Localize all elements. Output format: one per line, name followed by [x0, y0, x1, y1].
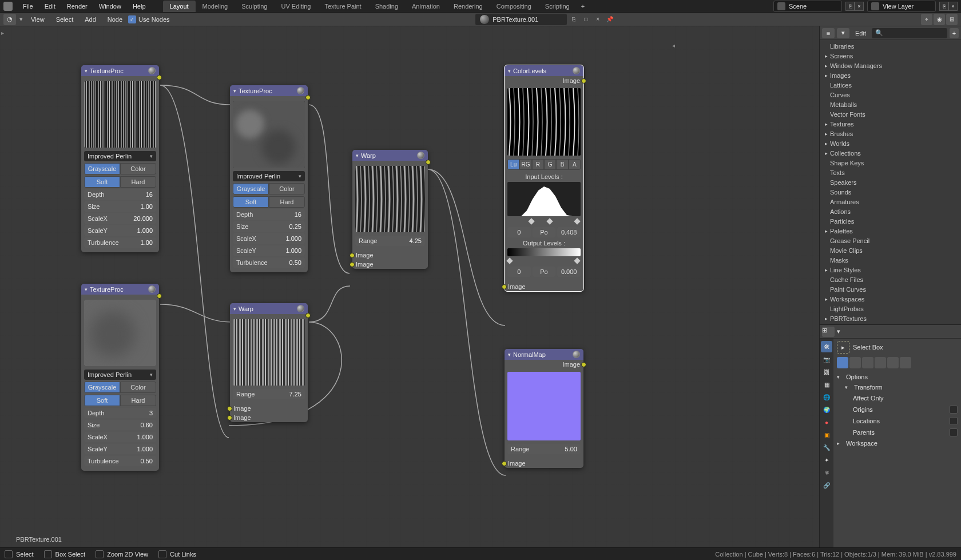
prop-tab-modifier[interactable]: 🔧 — [821, 442, 832, 453]
outliner-mode-button[interactable]: ▾ — [837, 28, 849, 38]
grayscale-button[interactable]: Grayscale — [84, 163, 120, 174]
outliner-item[interactable]: ▸Worlds — [820, 138, 961, 148]
tab-texpaint[interactable]: Texture Paint — [317, 1, 368, 12]
outliner-search[interactable]: 🔍 — [872, 28, 947, 38]
grayscale-button[interactable]: Grayscale — [233, 183, 269, 194]
prop-tab-tool[interactable]: 🛠 — [821, 341, 832, 352]
selmode-1[interactable] — [837, 357, 848, 368]
prop-tab-object[interactable]: ▣ — [821, 429, 832, 440]
outliner-item[interactable]: ▸Images — [820, 70, 961, 80]
node-textureproc-3[interactable]: ▾TextureProc Improved Perlin▾ GrayscaleC… — [81, 284, 159, 471]
expand-icon[interactable]: ▸ — [822, 121, 830, 127]
node-preview-icon[interactable] — [297, 87, 304, 94]
output-socket[interactable] — [305, 313, 311, 318]
outliner-item[interactable]: ▸Lattices — [820, 80, 961, 90]
expand-icon[interactable]: ▸ — [822, 267, 830, 273]
prop-tab-output[interactable]: 🖼 — [821, 366, 832, 378]
node-preview-icon[interactable] — [297, 305, 304, 312]
out-high-field[interactable]: 0.000 — [557, 267, 581, 277]
selmode-4[interactable] — [875, 357, 886, 368]
output-socket[interactable] — [305, 95, 311, 100]
range-field[interactable]: Range4.25 — [355, 236, 425, 246]
noise-type-dropdown[interactable]: Improved Perlin▾ — [233, 171, 305, 181]
outliner-item[interactable]: ▸Palettes — [820, 226, 961, 236]
output-socket[interactable] — [157, 75, 162, 80]
prop-tab-render[interactable]: 📷 — [821, 354, 832, 365]
node-colorlevels[interactable]: ▾ColorLevels Image Lu RG R G B A Input L… — [505, 65, 583, 291]
color-button[interactable]: Color — [120, 382, 156, 393]
outliner-item[interactable]: ▸Movie Clips — [820, 245, 961, 255]
prop-tab-world[interactable]: 🌍 — [821, 404, 832, 415]
prop-tab-scene[interactable]: 🌐 — [821, 391, 832, 403]
input-slider[interactable] — [507, 218, 581, 225]
selmode-6[interactable] — [900, 357, 911, 368]
toolbar-expand-icon[interactable]: ▸ — [1, 30, 4, 36]
pivot-button[interactable]: ⊞ — [946, 14, 958, 25]
soft-button[interactable]: Soft — [84, 176, 120, 188]
expand-icon[interactable]: ▸ — [822, 316, 830, 321]
node-editor-canvas[interactable]: ▸ ◂ PBRTexture.001 ▾TextureProc Improved… — [0, 26, 819, 547]
output-socket[interactable] — [426, 160, 431, 165]
header-add[interactable]: Add — [79, 14, 102, 25]
scene-new-button[interactable]: ⎘ — [845, 2, 855, 11]
noise-type-dropdown[interactable]: Improved Perlin▾ — [84, 370, 156, 380]
channel-r[interactable]: R — [532, 159, 544, 170]
turbulence-field[interactable]: Turbulence0.50 — [84, 456, 156, 466]
output-socket[interactable] — [581, 78, 586, 84]
expand-icon[interactable]: ▸ — [822, 150, 830, 156]
input-socket-image1[interactable] — [227, 406, 232, 411]
outliner-list[interactable]: ▸Libraries▸Screens▸Window Managers▸Image… — [820, 40, 961, 324]
range-field[interactable]: Range5.00 — [507, 444, 581, 454]
channel-lu[interactable]: Lu — [507, 159, 519, 170]
origins-checkbox[interactable] — [950, 406, 958, 414]
scalex-field[interactable]: ScaleX1.000 — [84, 432, 156, 442]
hard-button[interactable]: Hard — [269, 196, 305, 208]
channel-b[interactable]: B — [556, 159, 568, 170]
node-preview-icon[interactable] — [148, 67, 156, 74]
size-field[interactable]: Size1.00 — [84, 201, 156, 212]
node-warp-2[interactable]: ▾Warp Range4.25 Image Image — [352, 150, 428, 269]
outliner-add-button[interactable]: + — [950, 28, 959, 38]
input-socket-image[interactable] — [502, 284, 507, 289]
use-nodes-checkbox[interactable]: ✓ — [128, 15, 136, 23]
scalex-field[interactable]: ScaleX20.000 — [84, 213, 156, 224]
prop-tab-material[interactable]: ● — [821, 416, 832, 428]
outliner-item[interactable]: ▸Armatures — [820, 197, 961, 206]
scaley-field[interactable]: ScaleY1.000 — [84, 225, 156, 236]
header-node[interactable]: Node — [102, 14, 128, 25]
outliner-item[interactable]: ▸Workspaces — [820, 294, 961, 304]
out-low-field[interactable]: 0 — [507, 267, 531, 277]
output-socket[interactable] — [581, 362, 586, 367]
expand-icon[interactable]: ▸ — [822, 131, 830, 137]
active-tool-icon[interactable]: ▸ — [837, 341, 849, 354]
menu-help[interactable]: Help — [127, 1, 152, 12]
node-textureproc-2[interactable]: ▾TextureProc Improved Perlin▾ GrayscaleC… — [230, 85, 308, 272]
expand-icon[interactable]: ▸ — [822, 141, 830, 146]
prop-tab-constraints[interactable]: 🔗 — [821, 479, 832, 491]
output-slider[interactable] — [507, 257, 581, 264]
collapse-icon[interactable]: ▾ — [85, 68, 88, 74]
depth-field[interactable]: Depth16 — [84, 189, 156, 200]
outliner-item[interactable]: ▸Shape Keys — [820, 158, 961, 168]
tab-sculpting[interactable]: Sculpting — [235, 1, 274, 12]
depth-field[interactable]: Depth16 — [233, 209, 305, 220]
channel-rg[interactable]: RG — [519, 159, 531, 170]
sidebar-expand-icon[interactable]: ◂ — [672, 42, 675, 49]
node-preview-icon[interactable] — [573, 67, 580, 74]
outliner-item[interactable]: ▸Particles — [820, 216, 961, 226]
prop-tab-particles[interactable]: ✦ — [821, 454, 832, 466]
expand-icon[interactable]: ▸ — [822, 73, 830, 78]
input-socket-image2[interactable] — [350, 262, 355, 267]
scalex-field[interactable]: ScaleX1.000 — [233, 233, 305, 244]
node-preview-icon[interactable] — [417, 152, 424, 159]
material-field[interactable]: PBRTexture.001 — [475, 14, 567, 25]
tab-uv[interactable]: UV Editing — [274, 1, 317, 12]
collapse-icon[interactable]: ▾ — [233, 306, 236, 312]
input-socket-image1[interactable] — [350, 253, 355, 258]
input-socket-image2[interactable] — [227, 415, 232, 420]
input-socket-image[interactable] — [502, 461, 507, 466]
menu-render[interactable]: Render — [61, 1, 93, 12]
soft-button[interactable]: Soft — [233, 196, 269, 208]
viewlayer-del-button[interactable]: × — [948, 2, 958, 11]
viewlayer-new-button[interactable]: ⎘ — [939, 2, 948, 11]
